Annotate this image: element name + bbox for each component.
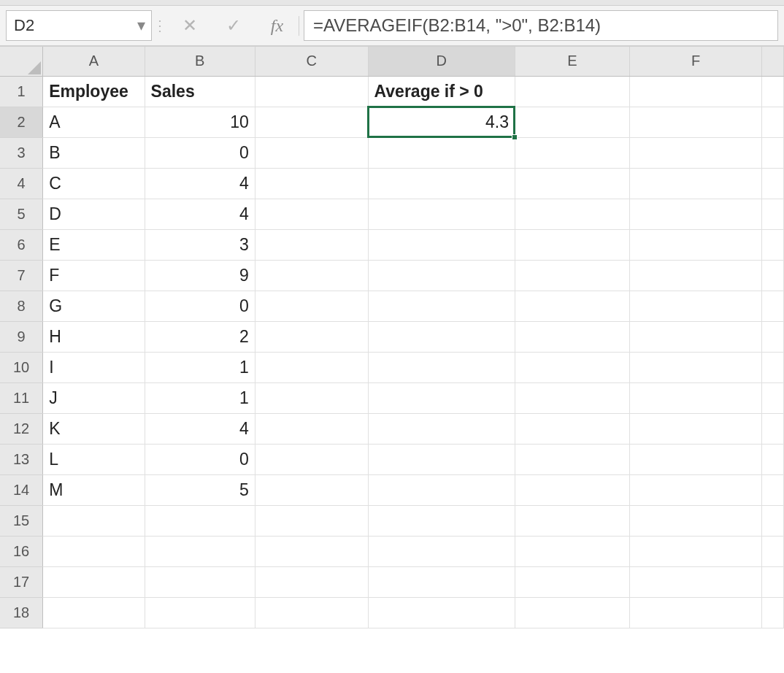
row-header-8[interactable]: 8: [0, 291, 43, 321]
cell-C3[interactable]: [255, 137, 368, 168]
cell-E13[interactable]: [515, 444, 629, 474]
row-header-18[interactable]: 18: [0, 597, 43, 628]
cell-extra-8[interactable]: [762, 291, 784, 321]
cell-B14[interactable]: 5: [145, 474, 255, 505]
cell-A13[interactable]: L: [43, 444, 145, 474]
cell-A14[interactable]: M: [43, 474, 145, 505]
cell-extra-11[interactable]: [762, 382, 784, 413]
row-header-1[interactable]: 1: [0, 76, 43, 107]
cell-B11[interactable]: 1: [145, 382, 255, 413]
cell-F13[interactable]: [629, 444, 762, 474]
row-header-3[interactable]: 3: [0, 137, 43, 168]
cell-C4[interactable]: [255, 168, 368, 199]
cell-B15[interactable]: [145, 505, 255, 536]
cell-extra-1[interactable]: [762, 76, 784, 107]
cell-extra-15[interactable]: [762, 505, 784, 536]
cell-A5[interactable]: D: [43, 199, 145, 229]
cell-A16[interactable]: [43, 536, 145, 566]
cell-C17[interactable]: [255, 566, 368, 597]
select-all-corner[interactable]: [0, 47, 43, 76]
cell-E16[interactable]: [515, 536, 629, 566]
cell-B16[interactable]: [145, 536, 255, 566]
cell-extra-18[interactable]: [762, 597, 784, 628]
cell-C8[interactable]: [255, 291, 368, 321]
cell-F4[interactable]: [629, 168, 762, 199]
cell-F7[interactable]: [629, 260, 762, 291]
cell-E12[interactable]: [515, 413, 629, 444]
cancel-icon[interactable]: ✕: [168, 15, 212, 36]
cell-D5[interactable]: [368, 199, 515, 229]
cell-E11[interactable]: [515, 382, 629, 413]
cell-B3[interactable]: 0: [145, 137, 255, 168]
cell-B10[interactable]: 1: [145, 352, 255, 382]
row-header-6[interactable]: 6: [0, 229, 43, 260]
cell-F8[interactable]: [629, 291, 762, 321]
cell-E8[interactable]: [515, 291, 629, 321]
cell-E3[interactable]: [515, 137, 629, 168]
cell-D18[interactable]: [368, 597, 515, 628]
cell-E2[interactable]: [515, 107, 629, 137]
cell-E6[interactable]: [515, 229, 629, 260]
cell-C2[interactable]: [255, 107, 368, 137]
cell-D14[interactable]: [368, 474, 515, 505]
col-header-E[interactable]: E: [515, 47, 629, 76]
cell-F12[interactable]: [629, 413, 762, 444]
cell-C9[interactable]: [255, 321, 368, 352]
cell-D11[interactable]: [368, 382, 515, 413]
cell-D6[interactable]: [368, 229, 515, 260]
cell-B13[interactable]: 0: [145, 444, 255, 474]
cell-C1[interactable]: [255, 76, 368, 107]
cell-A9[interactable]: H: [43, 321, 145, 352]
cell-extra-2[interactable]: [762, 107, 784, 137]
cell-extra-10[interactable]: [762, 352, 784, 382]
cell-C7[interactable]: [255, 260, 368, 291]
col-header-A[interactable]: A: [43, 47, 145, 76]
col-header-extra[interactable]: [762, 47, 784, 76]
row-header-13[interactable]: 13: [0, 444, 43, 474]
cell-A4[interactable]: C: [43, 168, 145, 199]
row-header-9[interactable]: 9: [0, 321, 43, 352]
cell-C11[interactable]: [255, 382, 368, 413]
cell-A2[interactable]: A: [43, 107, 145, 137]
dropdown-icon[interactable]: ▾: [137, 16, 145, 35]
cell-D8[interactable]: [368, 291, 515, 321]
cell-extra-4[interactable]: [762, 168, 784, 199]
cell-E18[interactable]: [515, 597, 629, 628]
cell-F9[interactable]: [629, 321, 762, 352]
cell-F17[interactable]: [629, 566, 762, 597]
cell-A18[interactable]: [43, 597, 145, 628]
cell-F3[interactable]: [629, 137, 762, 168]
row-header-16[interactable]: 16: [0, 536, 43, 566]
cell-D15[interactable]: [368, 505, 515, 536]
cell-C10[interactable]: [255, 352, 368, 382]
cell-E14[interactable]: [515, 474, 629, 505]
col-header-F[interactable]: F: [629, 47, 762, 76]
cell-B2[interactable]: 10: [145, 107, 255, 137]
cell-D16[interactable]: [368, 536, 515, 566]
cell-A6[interactable]: E: [43, 229, 145, 260]
cell-E1[interactable]: [515, 76, 629, 107]
cell-E10[interactable]: [515, 352, 629, 382]
row-header-2[interactable]: 2: [0, 107, 43, 137]
cell-D2[interactable]: 4.3: [368, 107, 515, 137]
cell-F5[interactable]: [629, 199, 762, 229]
cell-F15[interactable]: [629, 505, 762, 536]
cell-F1[interactable]: [629, 76, 762, 107]
cell-C18[interactable]: [255, 597, 368, 628]
cell-E4[interactable]: [515, 168, 629, 199]
cell-C5[interactable]: [255, 199, 368, 229]
cell-E5[interactable]: [515, 199, 629, 229]
cell-D9[interactable]: [368, 321, 515, 352]
cell-E7[interactable]: [515, 260, 629, 291]
cell-D7[interactable]: [368, 260, 515, 291]
col-header-B[interactable]: B: [145, 47, 255, 76]
cell-A10[interactable]: I: [43, 352, 145, 382]
cell-D3[interactable]: [368, 137, 515, 168]
cell-extra-13[interactable]: [762, 444, 784, 474]
cell-A15[interactable]: [43, 505, 145, 536]
cell-C6[interactable]: [255, 229, 368, 260]
row-header-17[interactable]: 17: [0, 566, 43, 597]
cell-extra-17[interactable]: [762, 566, 784, 597]
cell-E15[interactable]: [515, 505, 629, 536]
cell-B7[interactable]: 9: [145, 260, 255, 291]
